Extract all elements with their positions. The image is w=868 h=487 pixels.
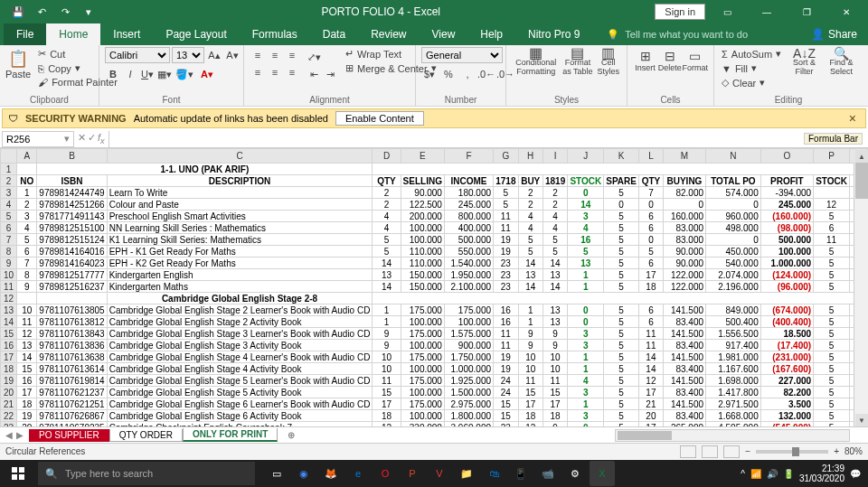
undo-icon[interactable]: ↶	[31, 2, 52, 22]
share-button[interactable]: 👤 Share	[800, 28, 868, 41]
clear-button[interactable]: ◇Clear ▾	[720, 76, 783, 89]
sign-in-button[interactable]: Sign in	[655, 4, 705, 20]
sheet-tab-po-supplier[interactable]: PO SUPPLIER	[29, 429, 109, 442]
fx-icon[interactable]: fx	[98, 132, 105, 145]
page-break-view-button[interactable]	[723, 445, 740, 458]
cell-styles-button[interactable]: ▥Cell Styles	[596, 47, 621, 76]
status-text: Circular References	[5, 446, 85, 456]
group-editing-label: Editing	[714, 95, 863, 105]
redo-icon[interactable]: ↷	[54, 2, 76, 22]
name-box[interactable]: R256▾	[2, 131, 74, 147]
security-warning-bar: 🛡 SECURITY WARNING Automatic update of l…	[2, 108, 866, 128]
scroll-thumb[interactable]	[855, 163, 868, 199]
insert-cells-button[interactable]: ⊞Insert	[633, 47, 657, 72]
save-icon[interactable]: 💾	[7, 2, 29, 22]
fill-color-button[interactable]: 🪣▾	[174, 66, 195, 82]
security-close-button[interactable]: ×	[845, 111, 860, 126]
underline-button[interactable]: U ▾	[139, 66, 156, 82]
tab-review[interactable]: Review	[358, 23, 419, 45]
insert-icon: ⊞	[640, 49, 651, 63]
page-layout-view-button[interactable]	[702, 445, 718, 458]
group-number-label: Number	[416, 95, 505, 105]
enable-content-button[interactable]: Enable Content	[335, 111, 424, 126]
tab-page-layout[interactable]: Page Layout	[153, 23, 239, 45]
align-right-icon[interactable]: ≡	[284, 64, 300, 80]
enter-formula-icon[interactable]: ✓	[88, 132, 96, 145]
increase-indent-icon[interactable]: ⇥	[322, 66, 338, 82]
decrease-font-icon[interactable]: A▾	[224, 47, 241, 63]
decrease-indent-icon[interactable]: ⇤	[306, 66, 322, 82]
font-size-select[interactable]: 13	[172, 47, 204, 63]
qat-customize-icon[interactable]: ▾	[78, 2, 99, 22]
sheet-tab-bar: ◀ ▶ PO SUPPLIER QTY ORDER ONLY FOR PRINT…	[0, 426, 868, 443]
sheet-tab-qty-order[interactable]: QTY ORDER	[109, 429, 183, 442]
wrap-icon: ↵	[345, 48, 354, 60]
sheet-tab-only-for-print[interactable]: ONLY FOR PRINT	[183, 428, 278, 442]
conditional-formatting-button[interactable]: ▦Conditional Formatting	[512, 47, 560, 76]
tell-me-search[interactable]: 💡 Tell me what you want to do	[592, 29, 748, 41]
tab-data[interactable]: Data	[310, 23, 358, 45]
horizontal-scrollbar[interactable]	[615, 429, 850, 442]
scroll-up-icon[interactable]: ▲	[855, 150, 868, 163]
align-top-icon[interactable]: ≡	[250, 47, 266, 63]
add-sheet-button[interactable]: ⊕	[283, 428, 299, 443]
tab-help[interactable]: Help	[467, 23, 515, 45]
align-middle-icon[interactable]: ≡	[267, 47, 283, 63]
number-format-select[interactable]: General	[421, 47, 503, 63]
format-as-table-button[interactable]: ▤Format as Table	[560, 47, 595, 76]
zoom-in-button[interactable]: +	[834, 446, 839, 456]
tab-nitro[interactable]: Nitro Pro 9	[515, 23, 592, 45]
fill-button[interactable]: ▼Fill ▾	[720, 61, 783, 75]
hscroll-thumb[interactable]	[618, 431, 672, 440]
sheet-nav-next-icon[interactable]: ▶	[16, 430, 24, 440]
delete-icon: ⊟	[665, 49, 675, 63]
maximize-button[interactable]: ❐	[788, 0, 825, 23]
tab-view[interactable]: View	[420, 23, 468, 45]
ribbon-options-icon[interactable]: ▭	[709, 0, 745, 23]
minimize-button[interactable]: —	[749, 0, 785, 23]
lightbulb-icon: 💡	[607, 29, 619, 41]
accounting-format-icon[interactable]: $▾	[421, 66, 438, 82]
italic-button[interactable]: I	[122, 66, 138, 82]
tab-insert[interactable]: Insert	[100, 23, 153, 45]
find-select-button[interactable]: 🔍Find & Select	[826, 47, 857, 76]
align-bottom-icon[interactable]: ≡	[284, 47, 300, 63]
sort-filter-button[interactable]: A↓ZSort & Filter	[788, 47, 820, 76]
delete-cells-button[interactable]: ⊟Delete	[657, 47, 682, 72]
status-bar: Circular References − + 80%	[0, 443, 868, 459]
normal-view-button[interactable]	[680, 445, 696, 458]
formula-input[interactable]	[108, 131, 868, 147]
zoom-level[interactable]: 80%	[844, 446, 863, 456]
tab-formulas[interactable]: Formulas	[240, 23, 310, 45]
comma-format-icon[interactable]: ,	[459, 66, 476, 82]
find-icon: 🔍	[834, 49, 849, 58]
zoom-out-button[interactable]: −	[745, 446, 750, 456]
brush-icon: 🖌	[38, 77, 48, 88]
font-color-button[interactable]: A▾	[196, 66, 218, 82]
paste-button[interactable]: 📋 Paste	[5, 47, 31, 80]
cancel-formula-icon[interactable]: ✕	[78, 132, 86, 145]
group-alignment-label: Alignment	[244, 95, 415, 105]
orientation-icon[interactable]: ⤢▾	[306, 49, 322, 65]
increase-decimal-icon[interactable]: .0←	[478, 66, 495, 82]
zoom-slider[interactable]	[756, 450, 828, 454]
format-cells-button[interactable]: ▭Format	[682, 47, 708, 72]
vertical-scrollbar[interactable]: ▲ ▼	[854, 163, 868, 426]
chevron-down-icon: ▾	[64, 133, 70, 145]
align-left-icon[interactable]: ≡	[250, 64, 266, 80]
close-button[interactable]: ✕	[828, 0, 864, 23]
increase-font-icon[interactable]: A▴	[206, 47, 222, 63]
tab-file[interactable]: File	[4, 23, 46, 45]
scroll-down-icon[interactable]: ▼	[855, 414, 868, 426]
font-name-select[interactable]: Calibri	[105, 47, 170, 63]
cell-styles-icon: ▥	[601, 49, 615, 58]
percent-format-icon[interactable]: %	[440, 66, 457, 82]
spreadsheet-grid[interactable]: ABCDEFGHIJKLMNOPQ11-1. UNO (PAK ARIF)2NO…	[0, 148, 868, 426]
border-button[interactable]: ▦▾	[156, 66, 173, 82]
sheet-nav-prev-icon[interactable]: ◀	[5, 430, 13, 440]
autosum-button[interactable]: ΣAutoSum ▾	[720, 47, 783, 61]
tab-home[interactable]: Home	[46, 23, 100, 45]
align-center-icon[interactable]: ≡	[267, 64, 283, 80]
bold-button[interactable]: B	[105, 66, 121, 82]
scissors-icon: ✂	[38, 48, 46, 60]
